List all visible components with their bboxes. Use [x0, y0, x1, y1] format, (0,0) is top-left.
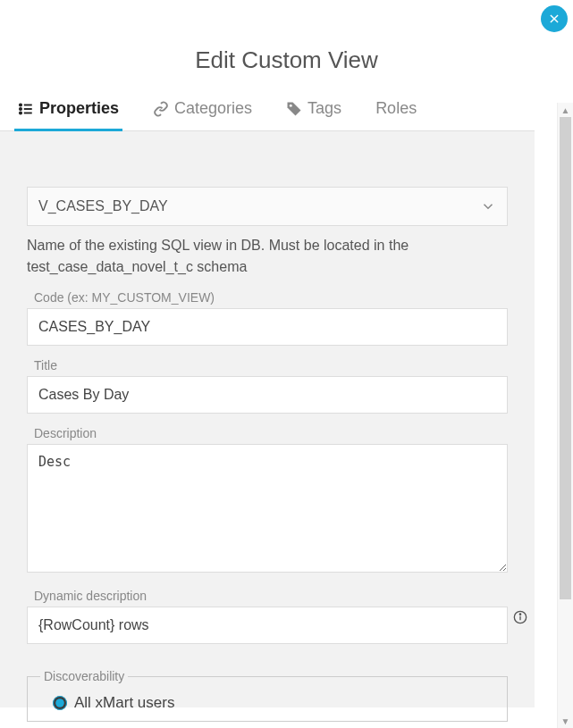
discoverability-fieldset: Discoverability All xMart users [27, 669, 508, 722]
sql-view-select-value: V_CASES_BY_DAY [38, 198, 168, 214]
code-label: Code (ex: MY_CUSTOM_VIEW) [34, 290, 508, 305]
tab-label: Roles [375, 99, 417, 118]
form-panel: V_CASES_BY_DAY Name of the existing SQL … [0, 131, 535, 707]
code-input[interactable] [27, 308, 508, 346]
discoverability-radio-all[interactable] [53, 696, 67, 710]
tab-bar: Properties Categories Tags Roles [0, 99, 535, 131]
svg-point-2 [20, 104, 21, 105]
info-icon[interactable] [513, 610, 527, 624]
list-icon [18, 101, 34, 117]
tab-categories[interactable]: Categories [153, 99, 252, 130]
tab-roles[interactable]: Roles [375, 99, 417, 130]
chevron-down-icon [480, 198, 496, 214]
svg-point-4 [20, 107, 21, 109]
dialog-title: Edit Custom View [0, 46, 573, 74]
discoverability-legend: Discoverability [40, 669, 128, 683]
description-textarea[interactable]: Desc [27, 444, 508, 573]
svg-point-11 [519, 614, 520, 615]
close-button[interactable] [541, 5, 568, 32]
description-label: Description [34, 426, 508, 440]
svg-point-6 [20, 112, 21, 113]
tab-tags[interactable]: Tags [286, 99, 341, 130]
close-icon [548, 13, 560, 25]
scroll-down-button[interactable]: ▼ [558, 714, 573, 728]
tab-label: Categories [174, 99, 252, 118]
title-input[interactable] [27, 376, 508, 414]
svg-point-8 [290, 104, 292, 106]
scroll-thumb[interactable] [560, 117, 571, 599]
tab-label: Properties [39, 99, 119, 118]
tab-properties[interactable]: Properties [18, 99, 119, 130]
title-label: Title [34, 358, 508, 372]
discoverability-radio-all-label: All xMart users [74, 694, 174, 712]
dynamic-description-label: Dynamic description [34, 589, 508, 603]
tab-label: Tags [308, 99, 341, 118]
tags-icon [286, 101, 302, 117]
link-icon [153, 101, 169, 117]
vertical-scrollbar[interactable]: ▲ ▼ [557, 103, 573, 728]
scroll-up-button[interactable]: ▲ [558, 103, 573, 117]
sql-view-select[interactable]: V_CASES_BY_DAY [27, 187, 508, 226]
dynamic-description-input[interactable] [27, 607, 508, 644]
sql-view-help-text: Name of the existing SQL view in DB. Mus… [27, 235, 508, 278]
